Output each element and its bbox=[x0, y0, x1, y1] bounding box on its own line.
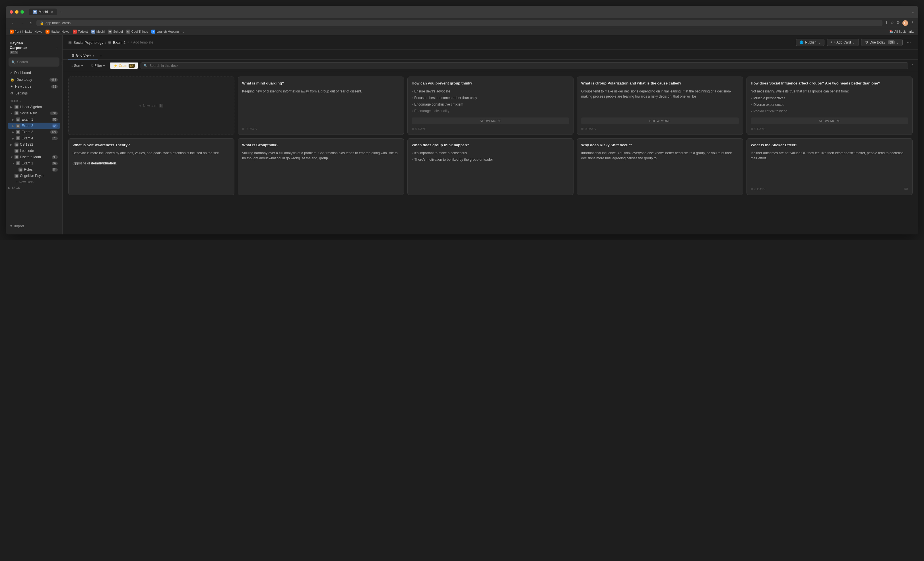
deck-item-exam2[interactable]: ▶ ▦ Exam 2 85 bbox=[8, 123, 60, 129]
days-label: 0 DAYS bbox=[416, 127, 426, 130]
due-today-icon: 🔒 bbox=[10, 78, 15, 82]
card-risky-shift[interactable]: Why does Risky Shift occur? Informationa… bbox=[577, 138, 743, 195]
deck-item-cs1332[interactable]: ▶ ▦ CS 1332 bbox=[8, 141, 60, 148]
deck-toolbar: ↕ Sort ▾ ▽ Filter ▾ ⚡ Cram 85 🔍 bbox=[63, 60, 918, 72]
publish-chevron-icon: ⌄ bbox=[818, 40, 821, 44]
bookmark-cool-things[interactable]: N Cool Things bbox=[126, 30, 148, 34]
app-container: Hayden Carpenter PRO ⌄ 🔍 ⌘ K ⌂ Da bbox=[6, 35, 918, 234]
tab-grid-view[interactable]: ⊞ Grid View ▾ bbox=[68, 52, 98, 60]
sort-button[interactable]: ↕ Sort ▾ bbox=[68, 63, 86, 69]
search-input[interactable] bbox=[17, 60, 60, 64]
card-mind-guarding[interactable]: What is mind guarding? Keeping new or di… bbox=[238, 76, 404, 135]
deck-item-rules[interactable]: ▦ Rules 54 bbox=[8, 166, 60, 172]
card-body: • Ensure devil's advocate • Focus on bes… bbox=[412, 89, 569, 115]
filter-label: Filter bbox=[94, 64, 102, 68]
menu-icon[interactable]: ⋮ bbox=[910, 20, 914, 26]
card-footer: 0 DAYS bbox=[242, 127, 400, 130]
bullet-text: It's important to make a consensus bbox=[414, 150, 467, 156]
bullet-text: Ensure devil's advocate bbox=[414, 89, 450, 94]
sidebar-item-new-cards[interactable]: ✦ New cards 62 bbox=[8, 83, 60, 90]
add-template-button[interactable]: + + Add template bbox=[127, 40, 153, 44]
new-deck-button[interactable]: + New Deck bbox=[8, 179, 60, 185]
cram-button[interactable]: ⚡ Cram 85 bbox=[110, 62, 138, 69]
card-body: Groups tend to make riskier decisions de… bbox=[581, 89, 739, 115]
bookmark-todoist[interactable]: ✓ Todoist bbox=[73, 30, 88, 34]
deck-folder-icon: ▦ bbox=[15, 174, 18, 178]
grid-view-chevron-icon: ▾ bbox=[93, 54, 94, 57]
card-social-influence[interactable]: How does Social Influence affect groups?… bbox=[747, 76, 913, 135]
deck-label-discrete-math: Discrete Math bbox=[20, 155, 41, 159]
show-more-button[interactable]: SHOW MORE bbox=[412, 117, 569, 124]
sidebar-label-new-cards: New cards bbox=[15, 84, 31, 88]
show-more-button[interactable]: SHOW MORE bbox=[751, 117, 908, 124]
sidebar-item-dashboard[interactable]: ⌂ Dashboard bbox=[8, 69, 60, 76]
deck-item-cognitive-psych[interactable]: ▦ Cognitive Psych bbox=[8, 172, 60, 179]
deck-item-discrete-math[interactable]: ▼ ▦ Discrete Math 99 bbox=[8, 154, 60, 160]
deck-search-input[interactable] bbox=[149, 64, 905, 68]
breadcrumb: ▦ Social Psychology / ▦ Exam 2 + + Add t… bbox=[68, 40, 153, 45]
filter-button[interactable]: ▽ Filter ▾ bbox=[88, 63, 108, 69]
card-question: Why does Risky Shift occur? bbox=[581, 142, 739, 148]
add-view-button[interactable]: + bbox=[99, 54, 103, 58]
card-self-awareness[interactable]: What is Self-Awareness Theory? Behavior … bbox=[68, 138, 234, 195]
card-sucker-effect[interactable]: What is the Sucker Effect? If either out… bbox=[747, 138, 913, 195]
main-content: ▦ Social Psychology / ▦ Exam 2 + + Add t… bbox=[63, 35, 918, 234]
bullet-text-muted: Pooled critical thinking bbox=[753, 109, 787, 114]
back-button[interactable]: ← bbox=[10, 20, 16, 26]
card-groupthink-when[interactable]: When does group think happen? • It's imp… bbox=[407, 138, 573, 195]
tab-close-button[interactable]: ✕ bbox=[51, 10, 53, 14]
due-today-button[interactable]: ⏱ Due today 85 ⌄ bbox=[861, 39, 903, 46]
maximize-button[interactable] bbox=[21, 10, 24, 14]
deck-search-box[interactable]: 🔍 bbox=[141, 62, 908, 69]
deck-folder-icon: ▦ bbox=[15, 111, 18, 115]
bookmark-launch[interactable]: Z Launch Meeting - ... bbox=[152, 30, 184, 34]
deck-item-social-psych[interactable]: ▼ ▦ Social Psyc... 334 bbox=[8, 110, 60, 116]
sidebar-item-due-today[interactable]: 🔒 Due today 433 bbox=[8, 76, 60, 83]
user-menu-chevron[interactable]: ⌄ bbox=[56, 45, 58, 50]
active-tab[interactable]: M Mochi ✕ bbox=[29, 9, 57, 15]
bookmark-hn[interactable]: Y Hacker News bbox=[45, 30, 69, 34]
minimize-button[interactable] bbox=[15, 10, 18, 14]
bookmark-mochi[interactable]: M Mochi bbox=[92, 30, 105, 34]
publish-button[interactable]: 🌐 Publish ⌄ bbox=[796, 39, 824, 46]
sidebar-item-settings[interactable]: ⚙ Settings bbox=[8, 90, 60, 97]
breadcrumb-separator: / bbox=[105, 40, 106, 45]
card-body: Behavior is more influenced by attitudes… bbox=[72, 150, 230, 191]
deck-item-exam4[interactable]: ▶ ▦ Exam 4 73 bbox=[8, 135, 60, 141]
more-options-button[interactable]: ··· bbox=[905, 39, 913, 46]
card-bullet: • It's important to make a consensus bbox=[412, 150, 569, 156]
share-icon[interactable]: ⬆ bbox=[885, 20, 888, 26]
reload-button[interactable]: ↻ bbox=[28, 20, 34, 26]
bookmark-all[interactable]: 📚 All Bookmarks bbox=[889, 30, 914, 34]
browser-tabs: M Mochi ✕ + bbox=[29, 9, 909, 15]
card-prevent-groupthink[interactable]: How can you prevent group think? • Ensur… bbox=[407, 76, 573, 135]
show-more-button[interactable]: SHOW MORE bbox=[581, 117, 739, 124]
card-group-polarization[interactable]: What is Group Polarization and what is t… bbox=[577, 76, 743, 135]
deck-label-dm-exam1: Exam 1 bbox=[22, 161, 33, 165]
card-question: How can you prevent group think? bbox=[412, 81, 569, 86]
import-button[interactable]: ⬆ Import bbox=[10, 224, 58, 228]
new-tab-button[interactable]: + bbox=[58, 9, 64, 15]
deck-item-exam3[interactable]: ▶ ▦ Exam 3 124 bbox=[8, 129, 60, 135]
bookmark-school[interactable]: N School bbox=[108, 30, 123, 34]
deck-item-exam1[interactable]: ▶ ▦ Exam 1 52 bbox=[8, 116, 60, 123]
days-label: 0 DAYS bbox=[246, 127, 256, 130]
deck-item-linear-algebra[interactable]: ▶ ▦ Linear Algebra bbox=[8, 104, 60, 110]
bookmark-label-front-hn: front | Hacker News bbox=[15, 30, 42, 33]
add-card-button[interactable]: + + Add Card ⌄ bbox=[827, 39, 859, 46]
deck-item-dm-exam1[interactable]: ▼ ▦ Exam 1 99 bbox=[8, 160, 60, 166]
extensions-icon[interactable]: ⚙ bbox=[896, 20, 900, 26]
profile-icon[interactable]: H bbox=[902, 20, 908, 26]
deck-item-leetcode[interactable]: ▦ Leetcode bbox=[8, 148, 60, 154]
bookmark-icon-front-hn: Y bbox=[10, 30, 14, 34]
address-bar[interactable]: 🔒 app.mochi.cards bbox=[36, 20, 882, 26]
bookmark-front-hn[interactable]: Y front | Hacker News bbox=[10, 30, 42, 34]
sidebar-search-bar[interactable]: 🔍 ⌘ K bbox=[9, 57, 60, 67]
close-button[interactable] bbox=[10, 10, 13, 14]
bookmark-icon[interactable]: ☆ bbox=[890, 20, 894, 26]
card-groupthink[interactable]: What is Groupthink? Valuing harmony over… bbox=[238, 138, 404, 195]
new-card-placeholder[interactable]: + New card N bbox=[68, 76, 234, 135]
forward-button[interactable]: → bbox=[19, 20, 26, 26]
tags-section-label[interactable]: ▶ TAGS bbox=[6, 185, 62, 190]
breadcrumb-parent[interactable]: Social Psychology bbox=[74, 40, 104, 45]
